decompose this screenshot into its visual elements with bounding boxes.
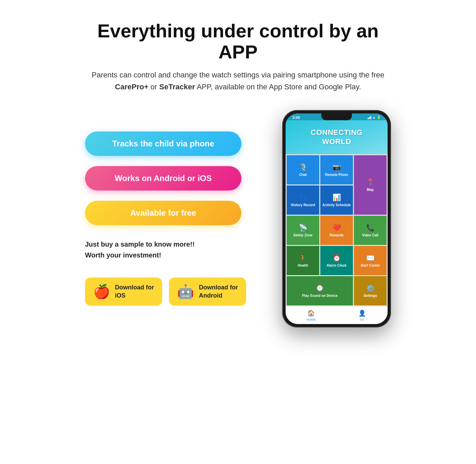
subtitle-part2: APP, available on the App Store and Goog… (195, 83, 361, 91)
nav-home[interactable]: 🏠 HOME (286, 307, 337, 324)
app1-name: CarePro+ (115, 83, 148, 91)
page-container: Everything under control by an APP Paren… (0, 0, 476, 348)
phone-outer-frame: 3:00 ▲ 🔋 (282, 110, 391, 327)
alert-center-icon: ✉️ (366, 254, 375, 262)
content-section: Tracks the child via phone Works on Andr… (27, 110, 449, 327)
map-icon: 📍 (366, 178, 375, 186)
ios-label: Download for iOS (115, 284, 154, 300)
connecting-world-title: CONNECTING WORLD (311, 128, 363, 146)
android-ios-button[interactable]: Works on Android or iOS (85, 166, 241, 191)
alarm-clock-icon: ⏰ (333, 254, 341, 262)
android-icon: 🤖 (177, 284, 194, 300)
remote-photo-icon: 📷 (333, 163, 341, 171)
video-call-icon: 📞 (366, 224, 375, 232)
battery-icon: 🔋 (377, 115, 381, 119)
app-map[interactable]: 📍 Map (354, 155, 387, 215)
subtitle-part1: Parents can control and change the watch… (92, 71, 385, 79)
status-icons: ▲ 🔋 (368, 115, 381, 119)
app-remote-photo[interactable]: 📷 Remote Photo (320, 155, 353, 184)
download-android-button[interactable]: 🤖 Download for Android (169, 278, 246, 306)
app-play-sound[interactable]: ⌚ Play Sound on Device (287, 276, 353, 305)
available-free-button[interactable]: Available for free (85, 201, 241, 225)
app-chat[interactable]: 🎙️ Chat (287, 155, 319, 184)
investment-text: Just buy a sample to know more!! Worth y… (85, 239, 262, 261)
apple-icon: 🍎 (93, 284, 110, 300)
safety-zone-icon: 📡 (299, 224, 307, 232)
app-video-call[interactable]: 📞 Video Call (354, 216, 387, 245)
app-health[interactable]: 🚶 Health (287, 246, 319, 275)
subtitle: Parents can control and change the watch… (85, 69, 391, 93)
download-buttons: 🍎 Download for iOS 🤖 Download for Androi… (85, 278, 262, 306)
app-rewards[interactable]: ❤️ Rewards (320, 216, 353, 245)
download-ios-button[interactable]: 🍎 Download for iOS (85, 278, 162, 306)
tracks-phone-button[interactable]: Tracks the child via phone (85, 131, 241, 156)
bottom-nav: 🏠 HOME 👤 ME (286, 306, 388, 324)
app-grid: 🎙️ Chat 📷 Remote Photo 📍 Map (286, 154, 388, 306)
me-nav-icon: 👤 (358, 309, 366, 317)
left-column: Tracks the child via phone Works on Andr… (85, 131, 262, 306)
header-section: Everything under control by an APP Paren… (85, 20, 391, 93)
home-nav-icon: 🏠 (307, 309, 315, 317)
phone-notch (321, 113, 352, 120)
activity-icon: 📊 (333, 193, 341, 201)
health-icon: 🚶 (299, 254, 307, 262)
nav-me[interactable]: 👤 ME (337, 307, 388, 324)
settings-icon: ⚙️ (366, 284, 375, 292)
main-title: Everything under control by an APP (85, 20, 391, 62)
phone-screen: 3:00 ▲ 🔋 (286, 113, 388, 324)
chat-icon: 🎙️ (299, 163, 307, 171)
status-time: 3:00 (292, 115, 300, 120)
subtitle-mid: or (149, 83, 159, 91)
app-alert-center[interactable]: ✉️ Alert Center (354, 246, 387, 275)
android-label: Download for Android (199, 284, 238, 300)
phone-mockup: 3:00 ▲ 🔋 (282, 110, 391, 327)
app2-name: SeTracker (159, 83, 195, 91)
app-safety-zone[interactable]: 📡 Safety Zone (287, 216, 319, 245)
app-history-record[interactable]: 👣 History Record (287, 185, 319, 215)
play-sound-icon: ⌚ (316, 284, 324, 292)
history-icon: 👣 (299, 193, 307, 201)
app-settings[interactable]: ⚙️ Settings (354, 276, 387, 305)
signal-bars-icon (368, 116, 371, 119)
app-header: CONNECTING WORLD (286, 120, 388, 154)
app-activity-schedule[interactable]: 📊 Activity Schedule (320, 185, 353, 215)
app-alarm-clock[interactable]: ⏰ Alarm Clock (320, 246, 353, 275)
wifi-icon: ▲ (372, 115, 376, 119)
rewards-icon: ❤️ (333, 224, 341, 232)
